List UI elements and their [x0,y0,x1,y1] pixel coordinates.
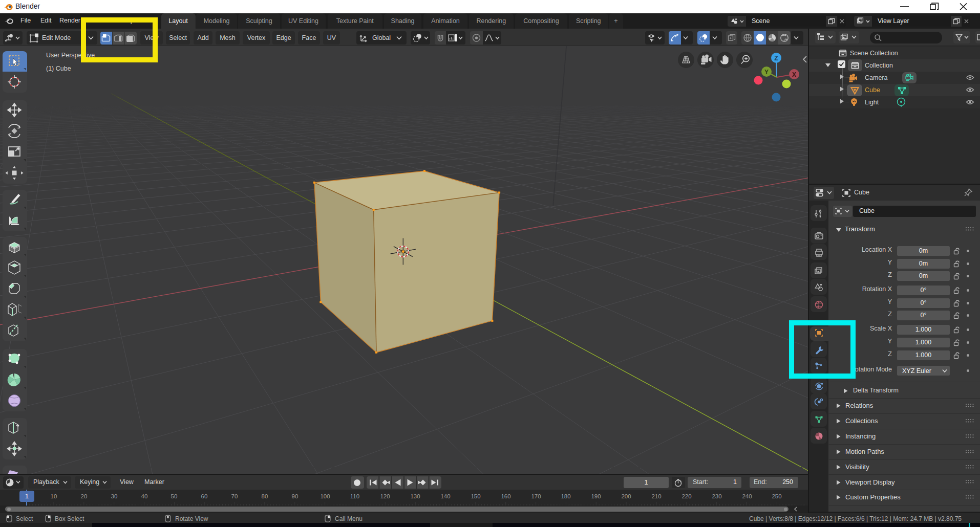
svg-text:X: X [792,71,796,78]
svg-text:Y: Y [764,69,769,76]
svg-text:Z: Z [774,55,778,62]
